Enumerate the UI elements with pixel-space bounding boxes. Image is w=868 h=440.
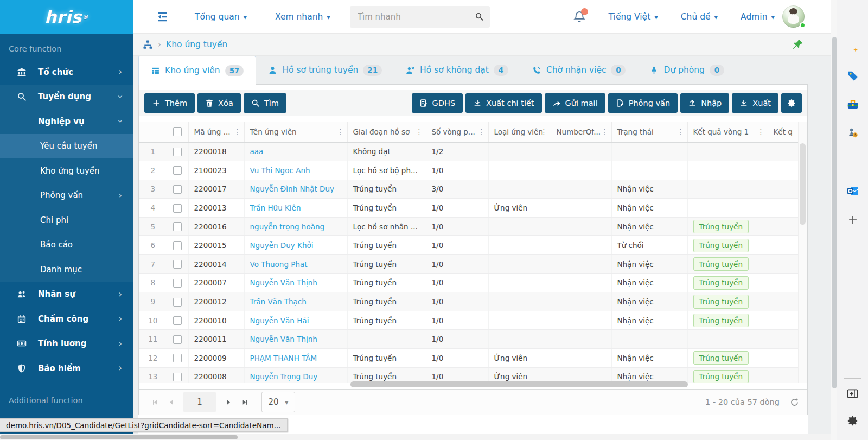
row-checkbox[interactable]	[173, 373, 182, 381]
sidebar-item[interactable]: Tuyển dụng	[0, 85, 133, 110]
column-header[interactable]: NumberOf...	[551, 122, 611, 142]
table-row[interactable]: 12 2200009 PHẠM THANH TÂM Trúng tuyển 1/…	[139, 349, 799, 368]
previous-page-button[interactable]	[163, 394, 179, 410]
candidate-name-link[interactable]: Nguyễn Văn Hải	[244, 311, 347, 330]
tab[interactable]: Dự phòng 0	[637, 56, 736, 84]
row-checkbox[interactable]	[173, 204, 182, 213]
shopping-tag-icon[interactable]	[844, 67, 862, 85]
overview-menu[interactable]: Tổng quan	[195, 12, 247, 22]
candidate-name-link[interactable]: Trần Văn Thạch	[244, 292, 347, 311]
row-checkbox[interactable]	[173, 148, 182, 156]
breadcrumb-current[interactable]: Kho ứng tuyển	[166, 40, 227, 49]
browser-vscroll-thumb[interactable]	[832, 37, 837, 388]
table-row[interactable]: 8 2200007 Nguyễn Văn Thịnh Trúng tuyển 1…	[139, 273, 799, 292]
row-checkbox[interactable]	[173, 260, 182, 269]
find-button[interactable]: Tìm	[244, 93, 286, 113]
grid-hscroll-thumb[interactable]	[350, 381, 688, 387]
row-checkbox[interactable]	[173, 241, 182, 250]
first-page-button[interactable]	[146, 394, 163, 410]
candidate-name-link[interactable]: Nguyễn Văn Thịnh	[244, 273, 347, 292]
games-icon[interactable]	[844, 124, 862, 143]
language-menu[interactable]: Tiếng Việt	[609, 12, 658, 22]
notifications-button[interactable]	[573, 10, 586, 24]
sidebar-item[interactable]: Kho ứng tuyển	[0, 158, 133, 183]
add-sidebar-app-icon[interactable]	[844, 211, 862, 229]
tab[interactable]: Chờ nhận việc 0	[520, 56, 638, 84]
theme-menu[interactable]: Chủ đề	[681, 12, 718, 22]
sidebar-item[interactable]: Tính lương	[0, 331, 133, 356]
copilot-icon[interactable]	[844, 38, 862, 56]
candidate-name-link[interactable]: Vo Thuong Phat	[244, 255, 347, 274]
table-row[interactable]: 1 2200018 aaa Không đạt 1/2	[139, 142, 799, 161]
table-row[interactable]: 7 2200014 Vo Thuong Phat Trúng tuyển 1/0…	[139, 255, 799, 274]
column-header[interactable]: Mã ứng ...	[188, 122, 244, 142]
table-row[interactable]: 3 2200017 Nguyễn Đình Nhật Duy Trúng tuy…	[139, 180, 799, 199]
column-menu-icon[interactable]	[416, 127, 423, 136]
office-icon[interactable]	[844, 153, 862, 171]
send-mail-button[interactable]: Gửi mail	[545, 93, 605, 113]
table-row[interactable]: 10 2200010 Nguyễn Văn Hải Trúng tuyển 1/…	[139, 311, 799, 330]
toggle-sidebar-button[interactable]	[846, 387, 859, 401]
sidebar-item[interactable]: Phỏng vấn	[0, 183, 133, 208]
sidebar-item[interactable]: Yêu cầu tuyển	[0, 134, 133, 159]
delete-button[interactable]: Xóa	[197, 93, 241, 113]
sitemap-icon[interactable]	[143, 40, 153, 50]
sidebar-item[interactable]: Danh mục	[0, 257, 133, 282]
column-header[interactable]: Trạng thái	[611, 122, 687, 142]
candidate-name-link[interactable]: Trần Hữu Kiên	[244, 199, 347, 218]
column-menu-icon[interactable]	[337, 127, 344, 136]
next-page-button[interactable]	[220, 394, 237, 410]
tools-icon[interactable]	[844, 95, 862, 114]
user-menu[interactable]: Admin	[741, 12, 775, 22]
sidebar-item[interactable]: Bảo hiểm	[0, 356, 133, 381]
row-checkbox[interactable]	[173, 222, 182, 231]
menu-fold-icon[interactable]	[156, 10, 169, 23]
column-header[interactable]: Loại ứng viên	[488, 122, 551, 142]
row-checkbox[interactable]	[173, 316, 182, 325]
grid-vscroll-thumb[interactable]	[800, 143, 806, 225]
table-row[interactable]: 6 2200015 Nguyễn Duy Khởi Trúng tuyển 1/…	[139, 236, 799, 255]
page-size-select[interactable]: 20	[261, 392, 295, 412]
last-page-button[interactable]	[237, 394, 253, 410]
candidate-name-link[interactable]: Nguyễn Trọng Duy	[244, 367, 347, 383]
export-detail-button[interactable]: Xuất chi tiết	[465, 93, 541, 113]
grid-settings-button[interactable]	[781, 93, 802, 113]
quick-view-menu[interactable]: Xem nhanh	[275, 12, 330, 22]
interview-button[interactable]: Phỏng vấn	[608, 93, 678, 113]
edge-search-icon[interactable]	[844, 9, 862, 28]
tab[interactable]: Hồ sơ trúng tuyển 21	[256, 56, 394, 84]
column-menu-icon[interactable]	[540, 127, 548, 136]
candidate-name-link[interactable]: Vu Thi Ngoc Anh	[244, 161, 347, 180]
add-button[interactable]: Thêm	[144, 93, 195, 113]
column-menu-icon[interactable]	[757, 127, 765, 136]
row-checkbox[interactable]	[173, 298, 182, 307]
sidebar-item[interactable]: Tổ chức	[0, 60, 133, 85]
column-header[interactable]: Giai đoạn hồ sơ	[347, 122, 426, 142]
column-header[interactable]: Số vòng p...	[426, 122, 488, 142]
column-header[interactable]: Kết q	[768, 122, 799, 142]
sidebar-item[interactable]: Nhân sự	[0, 282, 133, 307]
table-row[interactable]: 4 2200013 Trần Hữu Kiên Trúng tuyển 1/0 …	[139, 199, 799, 218]
column-header[interactable]: Tên ứng viên	[244, 122, 347, 142]
sidebar-item[interactable]: Nghiệp vụ	[0, 109, 133, 134]
tab[interactable]: Kho ứng viên 57	[138, 56, 256, 85]
current-page[interactable]: 1	[183, 392, 216, 412]
pin-icon[interactable]	[792, 39, 803, 50]
candidate-name-link[interactable]: Nguyễn Duy Khởi	[244, 236, 347, 255]
column-menu-icon[interactable]	[234, 127, 241, 136]
row-checkbox[interactable]	[173, 354, 182, 362]
candidate-name-link[interactable]: Nguyễn Văn Thịnh	[244, 330, 347, 349]
search-icon[interactable]	[475, 12, 484, 21]
table-row[interactable]: 2 2100023 Vu Thi Ngoc Anh Lọc hồ sơ bộ p…	[139, 161, 799, 180]
sidebar-item[interactable]: Chấm công	[0, 307, 133, 331]
app-logo[interactable]: hris®	[0, 0, 133, 34]
candidate-name-link[interactable]: Nguyễn Đình Nhật Duy	[244, 180, 347, 199]
row-checkbox[interactable]	[173, 279, 182, 288]
table-row[interactable]: 5 2200016 nguyễn trọng hoàng Lọc hồ sơ n…	[139, 217, 799, 236]
column-menu-icon[interactable]	[478, 127, 486, 136]
outlook-icon[interactable]	[844, 182, 862, 200]
sidebar-item[interactable]: Chi phí	[0, 208, 133, 233]
gdhs-button[interactable]: GĐHS	[412, 93, 463, 113]
tab[interactable]: Hồ sơ không đạt 4	[394, 56, 520, 84]
avatar[interactable]	[782, 5, 805, 28]
